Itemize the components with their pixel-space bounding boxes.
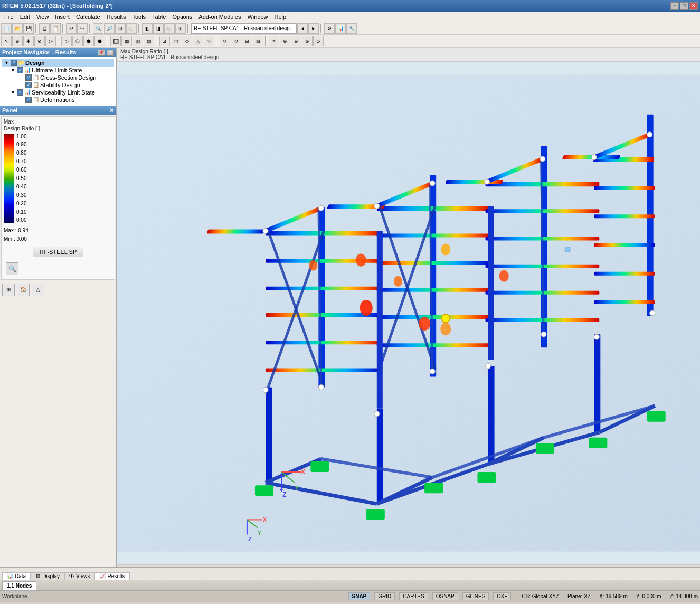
dxf-btn[interactable]: DXF bbox=[493, 592, 511, 600]
bottom-icon-home[interactable]: 🏠 bbox=[17, 284, 30, 296]
menu-view[interactable]: View bbox=[33, 13, 52, 21]
menu-table[interactable]: Table bbox=[149, 13, 169, 21]
project-nav-pin-btn[interactable]: 📌 bbox=[98, 50, 105, 56]
print2-btn[interactable]: 📋 bbox=[50, 23, 61, 34]
open-btn[interactable]: 📂 bbox=[12, 23, 23, 34]
checkbox-sls[interactable]: ✓ bbox=[17, 89, 23, 96]
tb2-b1[interactable]: ↖ bbox=[1, 36, 12, 46]
menu-file[interactable]: File bbox=[1, 13, 17, 21]
zoom-out-btn[interactable]: 🔎 bbox=[104, 23, 115, 34]
project-nav-close-btn[interactable]: ✕ bbox=[107, 50, 114, 56]
tb2-b3[interactable]: ✚ bbox=[23, 36, 34, 46]
tb2-b25[interactable]: ⊖ bbox=[291, 36, 301, 46]
snap-btn[interactable]: SNAP bbox=[348, 592, 371, 600]
tb2-b16[interactable]: ◇ bbox=[182, 36, 192, 46]
tb2-b4[interactable]: ⊗ bbox=[34, 36, 45, 46]
tb2-b6[interactable]: ▷ bbox=[61, 36, 72, 46]
menu-help[interactable]: Help bbox=[271, 13, 290, 21]
tree-item-sls[interactable]: ▼ ✓ 📊 Serviceability Limit State bbox=[2, 89, 114, 96]
zoom-fit-btn[interactable]: ⊡ bbox=[126, 23, 137, 34]
undo-btn[interactable]: ↩ bbox=[66, 23, 77, 34]
bottom-icon-tri[interactable]: △ bbox=[32, 284, 44, 296]
tb2-b24[interactable]: ⊕ bbox=[280, 36, 290, 46]
expand-icon-sls[interactable]: ▼ bbox=[11, 90, 17, 95]
tb2-b12[interactable]: ▥ bbox=[133, 36, 143, 46]
menu-options[interactable]: Options bbox=[169, 13, 195, 21]
tree-item-uls[interactable]: ▼ ✓ 📊 Ultimate Limit State bbox=[2, 67, 114, 74]
menu-insert[interactable]: Insert bbox=[52, 13, 73, 21]
menu-addon[interactable]: Add-on Modules bbox=[195, 13, 244, 21]
nav-prev-btn[interactable]: ◄ bbox=[297, 23, 308, 34]
tab-data[interactable]: 📊 Data bbox=[2, 572, 31, 580]
save-btn[interactable]: 💾 bbox=[23, 23, 34, 34]
new-btn[interactable]: 📄 bbox=[1, 23, 12, 34]
tb2-b8[interactable]: ⬢ bbox=[83, 36, 94, 46]
menu-calculate[interactable]: Calculate bbox=[73, 13, 103, 21]
tb2-b10[interactable]: 🔲 bbox=[110, 36, 121, 46]
tb2-b9[interactable]: ⬣ bbox=[94, 36, 105, 46]
panel-search-btn[interactable]: 🔍 bbox=[6, 262, 18, 275]
t1[interactable]: ◧ bbox=[142, 23, 153, 34]
tb2-b22[interactable]: ⊠ bbox=[253, 36, 263, 46]
checkbox-sd[interactable]: ✓ bbox=[25, 82, 32, 88]
svg-rect-1 bbox=[266, 388, 272, 483]
rfsteel-button[interactable]: RF-STEEL SP bbox=[33, 247, 84, 257]
print-btn[interactable]: 🖨 bbox=[39, 23, 50, 34]
tb-extra1[interactable]: ⚙ bbox=[324, 23, 335, 34]
grid-btn[interactable]: GRID bbox=[374, 592, 395, 600]
tb2-b23[interactable]: ≡ bbox=[269, 36, 279, 46]
tab-display[interactable]: 🖥 Display bbox=[31, 572, 64, 580]
zoom-in-btn[interactable]: 🔍 bbox=[93, 23, 103, 34]
tb2-b21[interactable]: ⊞ bbox=[242, 36, 252, 46]
t2[interactable]: ◨ bbox=[153, 23, 164, 34]
tree-item-def[interactable]: ✓ 📋 Deformations bbox=[2, 96, 114, 103]
tb2-b26[interactable]: ⊗ bbox=[302, 36, 313, 46]
addon-dropdown[interactable]: RF-STEEL SP CA1 - Russian steel desig bbox=[191, 23, 297, 34]
panel-close-btn[interactable]: ✕ bbox=[109, 107, 114, 114]
tb-extra2[interactable]: 📊 bbox=[335, 23, 346, 34]
tab-nodes[interactable]: 1.1 Nodes bbox=[2, 581, 36, 590]
tree-item-design[interactable]: ▼ ✓ 📁 Design bbox=[2, 59, 114, 67]
osnap-btn[interactable]: OSNAP bbox=[432, 592, 458, 600]
tb-extra3[interactable]: 🔧 bbox=[346, 23, 357, 34]
minimize-button[interactable]: − bbox=[670, 2, 679, 10]
tb2-b17[interactable]: △ bbox=[193, 36, 203, 46]
bottom-icon-grid[interactable]: ⊞ bbox=[2, 284, 15, 296]
maximize-button[interactable]: □ bbox=[680, 2, 688, 10]
menu-results[interactable]: Results bbox=[103, 13, 129, 21]
glines-btn[interactable]: GLINES bbox=[462, 592, 489, 600]
tb2-b14[interactable]: ⊿ bbox=[159, 36, 170, 46]
expand-icon-design[interactable]: ▼ bbox=[4, 60, 11, 65]
t3[interactable]: ⊟ bbox=[164, 23, 175, 34]
checkbox-def[interactable]: ✓ bbox=[25, 97, 32, 103]
checkbox-design[interactable]: ✓ bbox=[11, 60, 17, 66]
tb2-b15[interactable]: ◻ bbox=[171, 36, 181, 46]
tb2-b13[interactable]: ▤ bbox=[144, 36, 154, 46]
expand-icon-uls[interactable]: ▼ bbox=[11, 68, 17, 73]
tb2-b19[interactable]: ⟳ bbox=[220, 36, 230, 46]
menu-edit[interactable]: Edit bbox=[17, 13, 33, 21]
color-bar bbox=[4, 134, 14, 223]
viewport-canvas[interactable]: X Z Y X Z Y bbox=[117, 62, 700, 564]
tab-results[interactable]: 📈 Results bbox=[94, 572, 129, 580]
menu-tools[interactable]: Tools bbox=[129, 13, 149, 21]
tb2-b2[interactable]: ⊕ bbox=[12, 36, 23, 46]
redo-btn[interactable]: ↪ bbox=[77, 23, 88, 34]
tab-views[interactable]: 👁 Views bbox=[64, 572, 95, 580]
tb2-b20[interactable]: ⟲ bbox=[231, 36, 241, 46]
nav-next-btn[interactable]: ► bbox=[308, 23, 319, 34]
t4[interactable]: ⊞ bbox=[175, 23, 186, 34]
tb2-b27[interactable]: ⊙ bbox=[313, 36, 324, 46]
tb2-b18[interactable]: ▽ bbox=[204, 36, 214, 46]
tb2-b7[interactable]: ⬡ bbox=[72, 36, 83, 46]
close-button[interactable]: ✕ bbox=[689, 2, 698, 10]
cartes-btn[interactable]: CARTES bbox=[399, 592, 428, 600]
tb2-b5[interactable]: ◎ bbox=[45, 36, 56, 46]
zoom-all-btn[interactable]: ⊞ bbox=[115, 23, 126, 34]
tree-item-csd[interactable]: ✓ 📋 Cross-Section Design bbox=[2, 74, 114, 81]
menu-window[interactable]: Window bbox=[244, 13, 271, 21]
checkbox-uls[interactable]: ✓ bbox=[17, 67, 23, 73]
tb2-b11[interactable]: ▦ bbox=[121, 36, 132, 46]
checkbox-csd[interactable]: ✓ bbox=[25, 74, 32, 81]
tree-item-sd[interactable]: ✓ 📋 Stability Design bbox=[2, 81, 114, 89]
